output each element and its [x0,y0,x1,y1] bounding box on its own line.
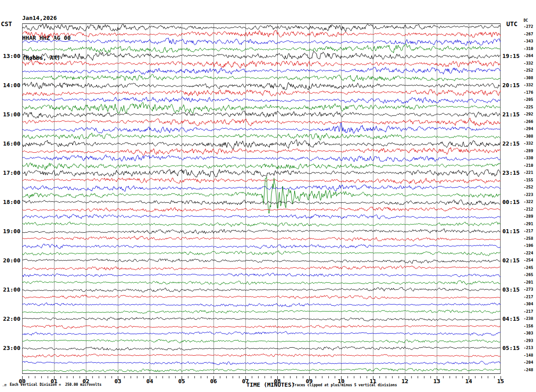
cst-hour-label: 14:00 [0,82,20,88]
cst-hour-label: 13:00 [0,53,20,59]
seismic-trace-row-4 [22,51,501,61]
seismic-trace-row-44 [22,346,501,350]
seismic-trace-row-38 [22,303,501,307]
utc-hour-label: 05:15 [502,345,523,351]
dc-offset-value: -217 [524,229,533,233]
seismic-trace-row-3 [22,44,501,53]
cst-hour-label: 20:00 [0,257,20,264]
dc-offset-value: -156 [524,324,533,328]
xtick-label: 13 [430,378,443,384]
seismic-trace-row-47 [22,368,501,372]
seismic-trace-row-45 [22,354,501,357]
dc-offset-value: -308 [524,76,533,80]
seismic-trace-row-39 [22,310,501,314]
dc-offset-value: -332 [524,61,533,65]
seismic-trace-row-9 [22,89,501,96]
seismic-trace-row-13 [22,118,501,126]
dc-offset-value: -266 [524,119,533,124]
header-date: Jan14,2026 [22,15,71,21]
dc-offset-value: -292 [524,112,533,116]
cst-hour-label: 15:00 [0,111,20,118]
seismic-trace-row-31 [22,251,501,256]
seismic-trace-row-0 [22,24,501,32]
dc-offset-value: -293 [524,338,533,343]
dc-offset-value: -254 [524,258,533,262]
seismic-trace-row-24 [22,200,501,205]
dc-offset-value: -343 [524,39,533,43]
dc-offset-value: -245 [524,265,533,270]
dc-offset-value: -221 [524,170,533,175]
dc-offset-value: -210 [524,163,533,168]
xtick-label: 05 [175,378,188,384]
clip-note: Traces clipped at plus/minus 5 vertical … [292,383,397,387]
seismic-trace-row-43 [22,339,501,343]
seismic-trace-row-19 [22,163,501,170]
seismic-trace-row-17 [22,147,501,155]
seismic-trace-row-28 [22,229,501,234]
dc-offset-value: -217 [524,309,533,314]
dc-offset-value: -291 [524,222,533,226]
dc-offset-value: -322 [524,200,533,204]
utc-hour-label: 00:15 [502,199,523,205]
dc-offset-value: -330 [524,156,533,160]
dc-offset-value: -223 [524,192,533,197]
seismic-trace-row-34 [22,273,501,277]
cst-hour-label: 21:00 [0,286,20,293]
dc-offset-value: -264 [524,54,533,58]
seismic-trace-row-5 [22,60,501,68]
dc-offset-value: -310 [524,46,533,51]
watermark-glyph: .m [2,383,7,387]
seismic-trace-row-14 [22,123,501,134]
dc-offset-value: -204 [524,360,533,365]
seismic-trace-row-16 [22,140,501,150]
right-timezone-label: UTC [506,20,517,27]
seismic-trace-row-46 [22,361,501,365]
seismic-trace-row-30 [22,244,501,249]
xtick-label: 06 [207,378,220,384]
cst-hour-label: 19:00 [0,228,20,234]
dc-offset-value: -272 [524,24,533,29]
seismic-trace-row-20 [22,169,501,177]
seismic-trace-row-37 [22,295,501,299]
dc-offset-value: -258 [524,236,533,241]
trace-svg [22,23,501,374]
seismic-trace-row-42 [22,331,501,335]
cst-hour-label: 17:00 [0,169,20,176]
seismic-trace-row-35 [22,281,501,284]
seismic-trace-row-10 [22,97,501,104]
seismic-trace-row-8 [22,82,501,90]
xaxis-title: TIME (MINUTES) [246,381,295,388]
seismic-trace-row-6 [22,67,501,74]
dc-offset-value: -265 [524,273,533,277]
dc-offset-value: -248 [524,368,533,372]
xtick-label: 14 [462,378,475,384]
dc-offset-value: -212 [524,207,533,211]
utc-hour-label: 04:15 [502,315,523,322]
seismic-trace-row-26 [22,214,501,219]
dc-offset-value: -238 [524,316,533,321]
xtick-label: 15 [494,378,507,384]
seismic-trace-row-11 [22,103,501,114]
utc-hour-label: 23:15 [502,169,523,176]
dc-column-label: DC [524,19,528,23]
seismic-trace-row-27 [22,222,501,227]
cst-hour-label: 22:00 [0,315,20,322]
dc-offset-value: -224 [524,251,533,255]
scale-note: Each Vertical Division = 250.00 microvol… [10,383,101,387]
utc-hour-label: 02:15 [502,257,523,264]
helicorder-page: Jan14,2026 HHAR HHZ AG 00 (Hobbs, AR) CS… [0,0,536,392]
helicorder-plot [22,23,501,374]
utc-hour-label: 19:15 [502,53,523,59]
seismic-trace-row-2 [22,38,501,46]
seismic-trace-row-22 [22,185,501,192]
dc-offset-value: -252 [524,185,533,189]
dc-offset-value: -289 [524,214,533,219]
seismic-trace-row-18 [22,155,501,162]
cst-hour-label: 18:00 [0,199,20,205]
dc-offset-value: -303 [524,331,533,335]
dc-offset-value: -252 [524,68,533,73]
xtick-label: 04 [143,378,156,384]
dc-offset-value: -332 [524,141,533,146]
seismic-trace-row-33 [22,266,501,270]
utc-hour-label: 03:15 [502,286,523,293]
